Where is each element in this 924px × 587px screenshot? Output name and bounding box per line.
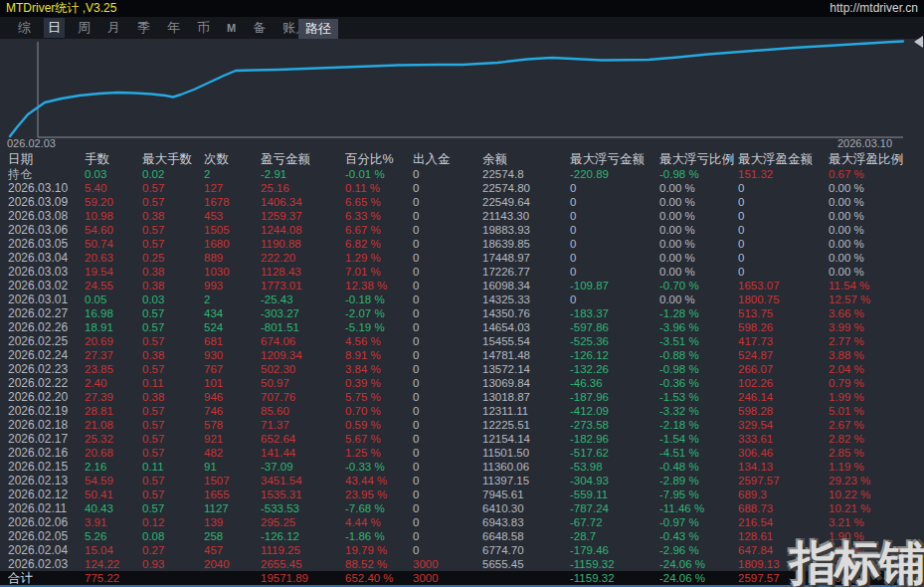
cell-max-float-loss: -412.09 — [570, 404, 659, 418]
table-row[interactable]: 2026.03.0810.980.384531259.376.33 %02114… — [8, 209, 924, 223]
table-row[interactable]: 2026.02.0415.040.274571119.2519.79 %0677… — [8, 543, 924, 557]
cell-trades — [204, 571, 261, 585]
cell-max-float-profit-pct: 10.21 % — [829, 501, 908, 515]
cell-max-float-profit-pct: 10.22 % — [829, 488, 908, 501]
column-header-date[interactable]: 日期 — [8, 151, 85, 167]
column-header-balance[interactable]: 余额 — [482, 151, 570, 167]
cell-max-float-profit-pct: 11.54 % — [829, 279, 908, 293]
cell-balance: 13018.87 — [482, 390, 570, 404]
cell-balance: 17226.77 — [482, 265, 570, 279]
column-header-max-float-loss[interactable]: 最大浮亏金额 — [570, 151, 659, 167]
cell-pnl: 50.97 — [261, 376, 345, 390]
table-row[interactable]: 2026.03.0550.740.5716801190.886.82 %0186… — [8, 237, 924, 251]
table-row[interactable]: 2026.02.2618.910.57524-801.51-5.19 %0146… — [8, 320, 924, 334]
tab-币[interactable]: 币 — [193, 18, 214, 38]
cell-pct: 12.38 % — [345, 279, 413, 293]
cell-pct: -0.18 % — [345, 293, 413, 306]
x-axis-end-label: 2026.03.10 — [837, 137, 892, 149]
cell-max-lots: 0.57 — [142, 362, 204, 376]
cell-max-float-profit-pct: 2.82 % — [829, 432, 908, 446]
table-row[interactable]: 2026.03.0319.540.3810301128.437.01 %0172… — [8, 265, 924, 279]
cell-balance: 11501.50 — [482, 446, 570, 460]
table-row[interactable]: 2026.02.1250.410.5716551535.3123.95 %079… — [8, 488, 924, 501]
table-row[interactable]: 2026.02.063.910.12139295.254.44 %06943.8… — [8, 515, 924, 529]
table-row[interactable]: 2026.02.055.260.08258-126.12-1.86 %06648… — [8, 529, 924, 543]
tab-年[interactable]: 年 — [163, 18, 184, 38]
tab-M[interactable]: M — [223, 21, 240, 35]
cell-lots: 50.41 — [85, 488, 142, 501]
cell-max-float-profit-pct: 2.85 % — [829, 446, 908, 460]
tab-季[interactable]: 季 — [133, 18, 154, 38]
cell-date: 2026.02.26 — [8, 320, 85, 334]
table-row[interactable]: 2026.02.222.400.1110150.970.39 %013069.8… — [8, 376, 924, 390]
path-button[interactable]: 路径 — [298, 19, 338, 39]
cell-balance: 22574.8 — [482, 167, 570, 181]
cell-trades: 1655 — [204, 488, 261, 501]
column-header-max-lots[interactable]: 最大手数 — [142, 151, 204, 167]
cell-max-float-profit: 2597.57 — [738, 474, 829, 488]
table-row[interactable]: 2026.02.1140.430.571127-533.53-7.68 %064… — [8, 501, 924, 515]
column-header-max-float-profit-pct[interactable]: 最大浮盈比例 — [829, 151, 908, 167]
cell-lots: 54.59 — [85, 474, 142, 488]
column-header-pct[interactable]: 百分比% — [345, 151, 413, 167]
column-header-lots[interactable]: 手数 — [85, 151, 142, 167]
cell-max-float-loss-pct: -0.48 % — [659, 460, 738, 474]
tab-周[interactable]: 周 — [74, 18, 94, 38]
cell-max-float-profit: 598.28 — [738, 404, 829, 418]
total-row[interactable]: 合计775.2219571.89652.40 %3000-1159.32-24.… — [0, 571, 924, 585]
cell-max-float-loss-pct: -0.70 % — [659, 279, 738, 293]
cell-trades: 258 — [204, 529, 261, 543]
table-row[interactable]: 2026.02.1928.810.5774685.600.70 %012311.… — [8, 404, 924, 418]
cell-pnl: 25.16 — [261, 181, 345, 195]
table-row[interactable]: 2026.02.1354.590.5715073451.5443.44 %011… — [8, 474, 924, 488]
cell-pct: 4.56 % — [345, 334, 413, 348]
cell-max-float-loss: -787.24 — [570, 501, 659, 515]
cell-pnl: 502.30 — [261, 362, 345, 376]
cell-pnl: -25.43 — [261, 293, 345, 306]
cell-max-float-loss-pct: -2.89 % — [659, 474, 738, 488]
tab-bar: 综日周月季年币M备账户 路径 — [0, 17, 924, 39]
cell-balance: 13572.14 — [482, 362, 570, 376]
table-row[interactable]: 2026.02.152.160.1191-37.09-0.33 %011360.… — [8, 460, 924, 474]
table-row[interactable]: 2026.02.03124.220.9320402655.4588.52 %30… — [8, 557, 924, 571]
column-header-trades[interactable]: 次数 — [204, 151, 261, 167]
column-header-deposit-withdraw[interactable]: 出入金 — [413, 151, 482, 167]
table-row[interactable]: 2026.02.2427.370.389301209.348.91 %01478… — [8, 348, 924, 362]
tab-备[interactable]: 备 — [249, 18, 270, 38]
table-row[interactable]: 2026.02.1725.320.57921652.645.67 %012154… — [8, 432, 924, 446]
table-row[interactable]: 2026.03.0654.600.5715051244.086.67 %0198… — [8, 223, 924, 237]
cell-deposit-withdraw: 0 — [413, 543, 482, 557]
cell-max-float-loss: -109.87 — [570, 279, 659, 293]
table-row[interactable]: 2026.03.0959.200.5716781406.346.65 %0225… — [8, 195, 924, 209]
column-header-max-float-loss-pct[interactable]: 最大浮亏比例 — [659, 151, 738, 167]
cell-max-float-loss: 0 — [570, 251, 659, 265]
table-row[interactable]: 2026.02.2716.980.57434-303.27-2.07 %0143… — [8, 306, 924, 320]
cell-max-lots: 0.38 — [142, 265, 204, 279]
cell-deposit-withdraw: 0 — [413, 515, 482, 529]
cell-pct: 4.44 % — [345, 515, 413, 529]
table-row[interactable]: 2026.03.105.400.5712725.160.11 %022574.8… — [8, 181, 924, 195]
table-row[interactable]: 2026.02.2520.690.57681674.064.56 %015455… — [8, 334, 924, 348]
table-row[interactable]: 2026.03.010.050.032-25.43-0.18 %014325.3… — [8, 293, 924, 306]
cell-max-float-loss: -525.36 — [570, 334, 659, 348]
cell-max-float-profit-pct: 1.19 % — [829, 460, 908, 474]
cell-trades: 921 — [204, 432, 261, 446]
column-header-pnl[interactable]: 盈亏金额 — [261, 151, 345, 167]
table-row[interactable]: 持仓0.030.022-2.91-0.01 %022574.8-220.89-0… — [8, 167, 924, 181]
table-row[interactable]: 2026.02.1821.080.5757871.370.59 %012225.… — [8, 418, 924, 432]
column-header-max-float-profit[interactable]: 最大浮盈金额 — [738, 151, 829, 167]
tab-综[interactable]: 综 — [14, 18, 35, 38]
cell-pct: 5.67 % — [345, 432, 413, 446]
cell-max-float-loss-pct: -0.98 % — [659, 167, 738, 181]
cell-lots: 5.26 — [85, 529, 142, 543]
table-row[interactable]: 2026.03.0420.630.25889222.201.29 %017448… — [8, 251, 924, 265]
table-row[interactable]: 2026.02.2323.850.57767502.303.84 %013572… — [8, 362, 924, 376]
cell-max-lots: 0.57 — [142, 418, 204, 432]
table-row[interactable]: 2026.03.0224.550.389931773.0112.38 %0160… — [8, 279, 924, 293]
vendor-url-link[interactable]: http://mtdriver.cn — [830, 0, 918, 17]
cell-max-float-loss: 0 — [570, 237, 659, 251]
tab-日[interactable]: 日 — [44, 18, 65, 38]
table-row[interactable]: 2026.02.2027.390.38946707.765.75 %013018… — [8, 390, 924, 404]
table-row[interactable]: 2026.02.1620.680.57482141.441.25 %011501… — [8, 446, 924, 460]
tab-月[interactable]: 月 — [103, 18, 124, 38]
